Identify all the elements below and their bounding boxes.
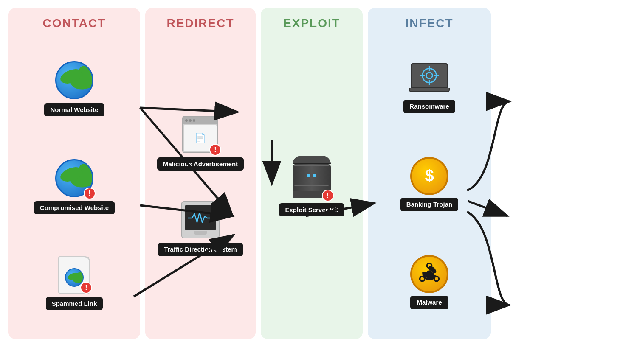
normal-website-label: Normal Website: [44, 103, 104, 117]
exploit-error-badge: !: [322, 190, 334, 202]
tds-base: [194, 231, 207, 235]
globe-icon: [55, 61, 93, 99]
malware-label: Malware: [410, 296, 448, 309]
malware-node: Malware: [408, 254, 451, 309]
exploit-header: EXPLOIT: [283, 17, 340, 30]
laptop-base: [409, 88, 450, 92]
db-top: [293, 156, 331, 164]
malicious-ad-node: 📄 ! Malicious Advertisement: [157, 113, 244, 171]
db-stripe-2: [294, 185, 329, 186]
db-dot-1: [307, 174, 310, 177]
tds-box: [181, 201, 220, 238]
exploit-kit-label: Exploit Server Kit: [279, 203, 344, 217]
malicious-ad-label: Malicious Advertisement: [157, 157, 244, 171]
compromised-website-node: ! Compromised Website: [34, 157, 115, 215]
doc-globe-land: [67, 272, 80, 281]
tds-screen: [185, 205, 216, 230]
browser-bar: [183, 117, 217, 124]
compromised-error-badge: !: [84, 188, 96, 199]
exploit-column: EXPLOIT: [261, 8, 363, 339]
banking-trojan-node: $ Banking Trojan: [400, 156, 458, 211]
spammed-link-label: Spammed Link: [46, 297, 103, 311]
browser-dot-2: [189, 119, 192, 122]
db-stripe-1: [294, 165, 329, 166]
coin-icon: $: [410, 157, 448, 195]
laptop-screen: [411, 63, 448, 88]
normal-website-node: Normal Website: [44, 59, 104, 117]
infect-items: Ransomware $ Banking Trojan: [372, 39, 487, 330]
svg-point-9: [420, 276, 425, 281]
db-dots: [293, 172, 331, 179]
spammed-link-node: ! Spammed Link: [46, 255, 103, 311]
exploit-items: ! Exploit Server Kit: [279, 39, 344, 330]
db-dot-2: [313, 174, 316, 177]
normal-website-icon: [53, 59, 96, 101]
infect-header: INFECT: [405, 17, 453, 30]
infect-column: INFECT: [368, 8, 491, 339]
compromised-website-icon: !: [53, 157, 96, 199]
malware-icon: [408, 254, 451, 294]
banking-trojan-label: Banking Trojan: [400, 198, 458, 211]
exploit-kit-node: ! Exploit Server Kit: [279, 153, 344, 217]
contact-items: Normal Website ! Compromised Website: [13, 39, 136, 330]
svg-point-8: [434, 276, 439, 281]
ad-icon: 📄: [194, 133, 206, 144]
ransomware-icon: [407, 60, 452, 98]
spammed-link-icon: !: [57, 255, 91, 295]
malicious-ad-icon: 📄 !: [181, 113, 220, 156]
browser-dot-1: [185, 119, 188, 122]
tds-node: Traffic Direction System: [158, 199, 243, 256]
doc-corner: [82, 257, 89, 265]
browser-dot-3: [193, 119, 195, 122]
compromised-website-label: Compromised Website: [34, 201, 115, 215]
crosshair-svg: [420, 66, 439, 85]
bio-coin-icon: [410, 255, 448, 293]
redirect-items: 📄 ! Malicious Advertisement: [157, 39, 244, 330]
tds-icon: [180, 199, 220, 241]
diagram-wrapper: CONTACT Normal Website ! Compromised Web…: [8, 8, 629, 356]
svg-point-1: [426, 72, 433, 78]
spammed-error-badge: !: [80, 282, 92, 294]
ransomware-label: Ransomware: [403, 100, 455, 113]
banking-trojan-icon: $: [408, 156, 451, 196]
ransomware-node: Ransomware: [403, 60, 455, 113]
exploit-kit-icon: !: [290, 153, 333, 202]
redirect-header: REDIRECT: [166, 17, 234, 30]
pulse-svg: [188, 210, 213, 225]
laptop-icon: [409, 63, 450, 95]
contact-header: CONTACT: [43, 17, 106, 30]
redirect-column: REDIRECT 📄 !: [145, 8, 256, 339]
ad-error-badge: !: [209, 144, 221, 156]
tds-label: Traffic Direction System: [158, 243, 243, 256]
biohazard-svg: [414, 259, 444, 289]
contact-column: CONTACT Normal Website ! Compromised Web…: [8, 8, 140, 339]
